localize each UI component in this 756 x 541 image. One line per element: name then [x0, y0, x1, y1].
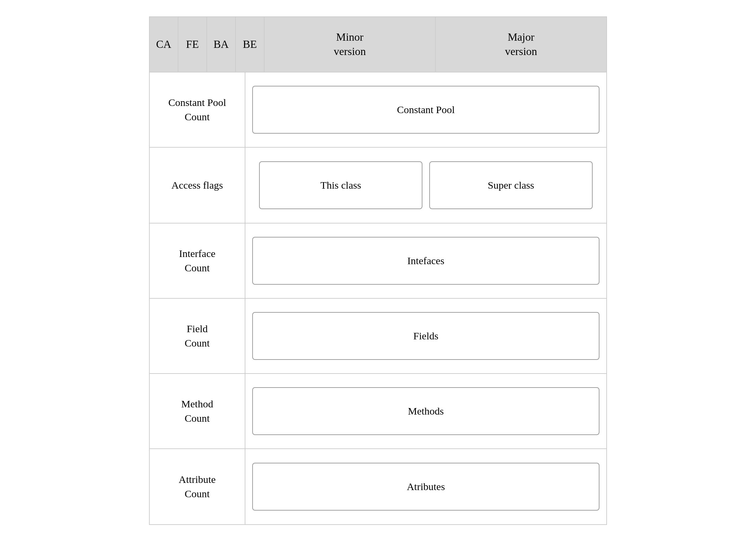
magic-byte-be: BE: [236, 17, 264, 72]
left-cell-0: Constant PoolCount: [150, 72, 245, 147]
inner-box-5: Atributes: [252, 463, 599, 511]
major-version-cell: Majorversion: [435, 17, 606, 72]
right-area-5: Atributes: [245, 449, 606, 524]
inner-box-3: Fields: [252, 312, 599, 360]
right-area-1: This classSuper class: [245, 148, 606, 223]
inner-box-2: Intefaces: [252, 237, 599, 285]
magic-byte-ca: CA: [150, 17, 178, 72]
minor-version-label: Minorversion: [334, 30, 366, 58]
data-row-0: Constant PoolCountConstant Pool: [150, 72, 606, 148]
left-cell-1: Access flags: [150, 148, 245, 223]
left-cell-5: AttributeCount: [150, 449, 245, 524]
left-cell-2: InterfaceCount: [150, 224, 245, 298]
data-row-3: FieldCountFields: [150, 299, 606, 374]
version-group: Minorversion Majorversion: [264, 17, 606, 72]
header-row: CA FE BA BE Minorversion Majorversion: [150, 17, 606, 72]
inner-box-left-1: This class: [259, 161, 422, 209]
left-cell-3: FieldCount: [150, 299, 245, 373]
right-area-0: Constant Pool: [245, 72, 606, 147]
data-row-5: AttributeCountAtributes: [150, 449, 606, 524]
right-area-3: Fields: [245, 299, 606, 373]
magic-byte-fe: FE: [178, 17, 207, 72]
right-area-4: Methods: [245, 374, 606, 448]
diagram-container: CA FE BA BE Minorversion Majorversion Co…: [149, 16, 607, 525]
data-rows: Constant PoolCountConstant PoolAccess fl…: [150, 72, 606, 524]
data-row-2: InterfaceCountIntefaces: [150, 224, 606, 299]
inner-box-4: Methods: [252, 387, 599, 435]
data-row-4: MethodCountMethods: [150, 374, 606, 449]
magic-bytes-group: CA FE BA BE: [150, 17, 264, 72]
major-version-label: Majorversion: [505, 30, 537, 58]
magic-byte-ba: BA: [207, 17, 236, 72]
data-row-1: Access flagsThis classSuper class: [150, 148, 606, 224]
minor-version-cell: Minorversion: [264, 17, 435, 72]
left-cell-4: MethodCount: [150, 374, 245, 448]
inner-box-0: Constant Pool: [252, 86, 599, 134]
inner-box-right-1: Super class: [429, 161, 593, 209]
right-area-2: Intefaces: [245, 224, 606, 298]
